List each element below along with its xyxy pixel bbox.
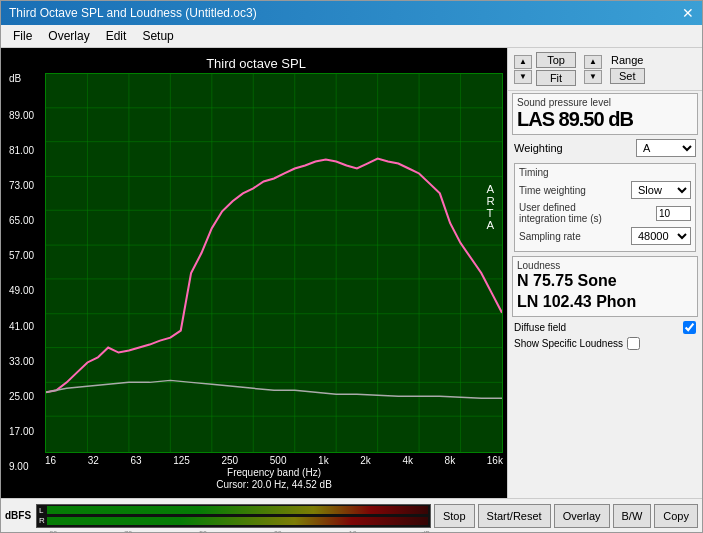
meter-scale-90: -90 <box>47 530 57 534</box>
meter-scale-30: -30 <box>272 530 282 534</box>
bottom-bar: dBFS L R -90 -70 -50 -30 -10 dB Stop <box>1 498 702 532</box>
diffuse-row: Diffuse field <box>508 319 702 336</box>
sampling-select[interactable]: 44100 48000 96000 <box>631 227 691 245</box>
y-tick-9: 9.00 <box>9 461 42 472</box>
top-button[interactable]: Top <box>536 52 576 68</box>
range-down-arrow[interactable]: ▼ <box>584 70 602 84</box>
title-bar: Third Octave SPL and Loudness (Untitled.… <box>1 1 702 25</box>
svg-text:T: T <box>486 207 493 219</box>
x-tick-63: 63 <box>130 455 141 466</box>
integration-label: User defined integration time (s) <box>519 202 656 224</box>
weighting-label: Weighting <box>514 142 563 154</box>
menu-bar: File Overlay Edit Setup <box>1 25 702 48</box>
chart-area: Third octave SPL dB 89.00 81.00 73.00 65… <box>1 48 507 498</box>
sampling-label: Sampling rate <box>519 231 631 242</box>
menu-edit[interactable]: Edit <box>98 27 135 45</box>
y-tick-65: 65.00 <box>9 215 42 226</box>
loudness-section: Loudness N 75.75 Sone LN 102.43 Phon <box>512 256 698 317</box>
nav-controls: ▲ ▼ Top Fit ▲ ▼ Range Set <box>508 48 702 91</box>
top-down-arrow[interactable]: ▼ <box>514 70 532 84</box>
set-button[interactable]: Set <box>610 68 645 84</box>
overlay-button[interactable]: Overlay <box>554 504 610 528</box>
dbfs-label: dBFS <box>5 510 31 521</box>
x-tick-16k: 16k <box>487 455 503 466</box>
meter-scale-70: -70 <box>122 530 132 534</box>
timing-section: Timing Time weighting Slow Fast Impulse … <box>514 163 696 252</box>
y-tick-49: 49.00 <box>9 285 42 296</box>
right-panel: ▲ ▼ Top Fit ▲ ▼ Range Set Sound press <box>507 48 702 498</box>
top-up-arrow[interactable]: ▲ <box>514 55 532 69</box>
y-tick-17: 17.00 <box>9 426 42 437</box>
x-tick-125: 125 <box>173 455 190 466</box>
weighting-row: Weighting A B C Z <box>508 137 702 161</box>
top-fit-group: Top Fit <box>536 52 576 86</box>
time-weighting-row: Time weighting Slow Fast Impulse <box>519 181 691 199</box>
main-window: Third Octave SPL and Loudness (Untitled.… <box>0 0 703 533</box>
show-specific-checkbox[interactable] <box>627 337 640 350</box>
stop-button[interactable]: Stop <box>434 504 475 528</box>
start-reset-button[interactable]: Start/Reset <box>478 504 551 528</box>
meter-scale-50: -50 <box>197 530 207 534</box>
x-axis-label: Frequency band (Hz) <box>45 467 503 478</box>
fit-button[interactable]: Fit <box>536 70 576 86</box>
spl-section-label: Sound pressure level <box>517 97 693 108</box>
svg-text:A: A <box>486 219 494 231</box>
loudness-value-line2: LN 102.43 Phon <box>517 292 693 313</box>
loudness-section-label: Loudness <box>517 260 693 271</box>
y-tick-73: 73.00 <box>9 180 42 191</box>
spl-value: LAS 89.50 dB <box>517 108 693 131</box>
meter-scale-10: -10 <box>346 530 356 534</box>
range-up-arrow[interactable]: ▲ <box>584 55 602 69</box>
diffuse-checkbox[interactable] <box>683 321 696 334</box>
y-tick-41: 41.00 <box>9 321 42 332</box>
meter-scale-db: dB <box>421 530 430 534</box>
spl-section: Sound pressure level LAS 89.50 dB <box>512 93 698 135</box>
diffuse-label: Diffuse field <box>514 322 683 333</box>
show-specific-label: Show Specific Loudness <box>514 338 623 349</box>
x-tick-4k: 4k <box>402 455 413 466</box>
show-specific-row: Show Specific Loudness <box>508 336 702 351</box>
copy-button[interactable]: Copy <box>654 504 698 528</box>
right-channel-label: R <box>39 516 47 525</box>
x-tick-1k: 1k <box>318 455 329 466</box>
menu-setup[interactable]: Setup <box>134 27 181 45</box>
main-area: Third octave SPL dB 89.00 81.00 73.00 65… <box>1 48 702 498</box>
left-channel-label: L <box>39 506 47 515</box>
menu-overlay[interactable]: Overlay <box>40 27 97 45</box>
bw-button[interactable]: B/W <box>613 504 652 528</box>
y-tick-81: 81.00 <box>9 145 42 156</box>
x-tick-16: 16 <box>45 455 56 466</box>
weighting-select[interactable]: A B C Z <box>636 139 696 157</box>
integration-input[interactable] <box>656 206 691 221</box>
y-axis-label: dB <box>9 73 42 84</box>
time-weighting-select[interactable]: Slow Fast Impulse <box>631 181 691 199</box>
x-tick-500: 500 <box>270 455 287 466</box>
y-tick-33: 33.00 <box>9 356 42 367</box>
window-title: Third Octave SPL and Loudness (Untitled.… <box>9 6 257 20</box>
chart-grid: A R T A <box>46 74 502 452</box>
svg-text:A: A <box>486 184 494 196</box>
range-label: Range <box>611 54 643 66</box>
x-tick-32: 32 <box>88 455 99 466</box>
loudness-value-line1: N 75.75 Sone <box>517 271 693 292</box>
svg-text:R: R <box>486 196 494 208</box>
timing-section-title: Timing <box>519 167 691 178</box>
sampling-row: Sampling rate 44100 48000 96000 <box>519 227 691 245</box>
time-weighting-label: Time weighting <box>519 185 631 196</box>
integration-row: User defined integration time (s) <box>519 202 691 224</box>
menu-file[interactable]: File <box>5 27 40 45</box>
y-tick-89: 89.00 <box>9 110 42 121</box>
y-tick-57: 57.00 <box>9 250 42 261</box>
chart-title: Third octave SPL <box>9 56 503 71</box>
cursor-info: Cursor: 20.0 Hz, 44.52 dB <box>45 479 503 490</box>
x-tick-2k: 2k <box>360 455 371 466</box>
x-tick-8k: 8k <box>445 455 456 466</box>
range-group: Range Set <box>610 54 645 84</box>
x-tick-250: 250 <box>222 455 239 466</box>
y-tick-25: 25.00 <box>9 391 42 402</box>
close-button[interactable]: ✕ <box>682 6 694 20</box>
